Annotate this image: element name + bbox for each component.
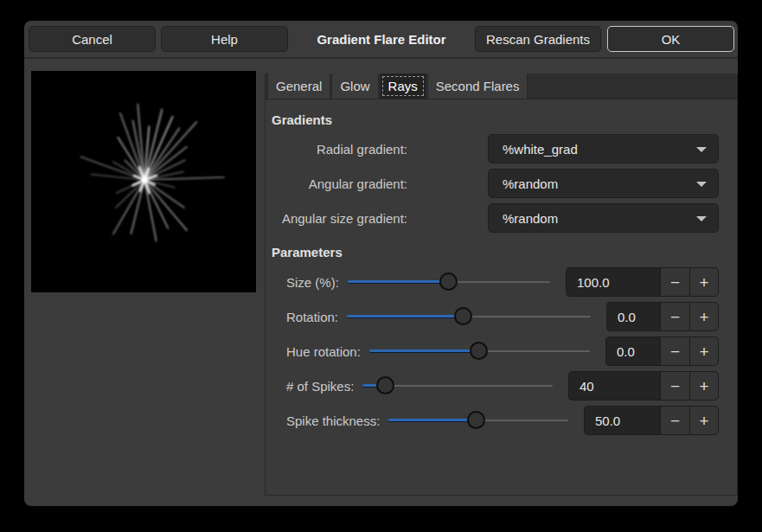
spike-thickness-spinbox: 50.0 − + [584,406,719,435]
slider-handle[interactable] [439,272,458,291]
spike-thickness-slider[interactable] [388,406,568,435]
flare-rays-image [31,71,256,292]
chevron-down-icon [696,182,707,187]
flare-preview [31,71,256,292]
radial-gradient-label: Radial gradient: [272,142,407,157]
hue-rotation-slider[interactable] [369,337,590,366]
num-spikes-value[interactable]: 40 [568,371,660,401]
rays-tab-content: Gradients Radial gradient: %white_grad A… [266,112,737,435]
hue-rotation-row: Hue rotation: 0.0 − + [272,337,719,366]
angular-gradient-select[interactable]: %random [488,169,719,198]
chevron-down-icon [696,147,707,152]
parameters-heading: Parameters [272,245,719,260]
rescan-gradients-button[interactable]: Rescan Gradients [475,26,601,52]
minus-icon[interactable]: − [660,337,689,366]
cancel-button[interactable]: Cancel [29,26,156,52]
help-button[interactable]: Help [161,26,288,52]
size-slider[interactable] [348,267,550,297]
spike-thickness-label: Spike thickness: [286,413,380,428]
angular-size-gradient-select[interactable]: %random [488,203,719,233]
plus-icon[interactable]: + [689,302,719,331]
slider-handle[interactable] [467,411,485,429]
angular-gradient-row: Angular gradient: %random [272,169,719,198]
spike-thickness-row: Spike thickness: 50.0 − + [272,406,719,435]
settings-notebook: General Glow Rays Second Flares Gradient… [265,74,738,496]
tab-glow[interactable]: Glow [331,74,378,99]
dialog-action-area: Cancel Help Gradient Flare Editor Rescan… [24,21,738,59]
angular-size-gradient-value: %random [489,211,558,226]
slider-handle[interactable] [376,376,394,394]
size-label: Size (%): [286,275,339,290]
radial-gradient-value: %white_grad [489,142,578,157]
tab-second-flares[interactable]: Second Flares [427,74,528,99]
angular-gradient-label: Angular gradient: [272,176,407,191]
num-spikes-label: # of Spikes: [286,379,354,394]
rotation-value[interactable]: 0.0 [606,302,660,331]
dialog-title: Gradient Flare Editor [288,32,475,47]
ok-button[interactable]: OK [607,26,734,52]
minus-icon[interactable]: − [660,406,689,435]
num-spikes-spinbox: 40 − + [568,371,719,401]
rotation-label: Rotation: [286,310,338,324]
slider-handle[interactable] [470,342,488,360]
tab-strip: General Glow Rays Second Flares [266,74,737,99]
hue-rotation-label: Hue rotation: [286,344,361,359]
plus-icon[interactable]: + [689,371,719,401]
hue-rotation-spinbox: 0.0 − + [605,337,719,366]
gradients-heading: Gradients [272,112,719,127]
minus-icon[interactable]: − [660,302,689,331]
size-value[interactable]: 100.0 [566,267,660,297]
tab-rays[interactable]: Rays [380,74,426,99]
slider-handle[interactable] [454,307,472,325]
angular-size-gradient-label: Angular size gradient: [272,211,407,226]
size-row: Size (%): 100.0 − + [272,267,719,297]
gradient-flare-editor-dialog: Cancel Help Gradient Flare Editor Rescan… [24,21,738,506]
rotation-row: Rotation: 0.0 − + [272,302,719,331]
spike-thickness-value[interactable]: 50.0 [584,406,660,435]
minus-icon[interactable]: − [660,267,689,297]
num-spikes-row: # of Spikes: 40 − + [272,371,719,401]
plus-icon[interactable]: + [689,406,719,435]
hue-rotation-value[interactable]: 0.0 [605,337,660,366]
minus-icon[interactable]: − [660,371,689,401]
plus-icon[interactable]: + [689,337,719,366]
rotation-spinbox: 0.0 − + [606,302,719,331]
angular-size-gradient-row: Angular size gradient: %random [272,203,719,233]
angular-gradient-value: %random [489,176,558,191]
size-spinbox: 100.0 − + [566,267,719,297]
tab-general[interactable]: General [267,74,330,99]
num-spikes-slider[interactable] [362,371,553,401]
plus-icon[interactable]: + [689,267,719,297]
rotation-slider[interactable] [347,302,591,331]
radial-gradient-select[interactable]: %white_grad [488,134,719,163]
chevron-down-icon [696,216,707,221]
radial-gradient-row: Radial gradient: %white_grad [272,134,719,163]
